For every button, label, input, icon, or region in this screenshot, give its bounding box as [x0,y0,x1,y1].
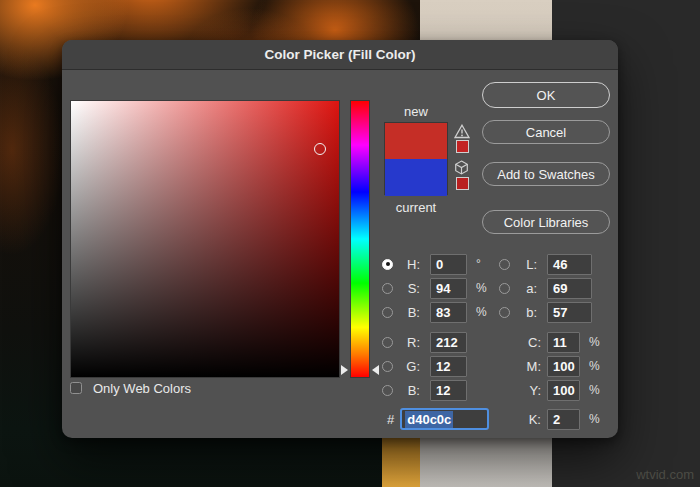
yellow-input[interactable]: 100 [547,380,580,401]
field-row-saturation: S: 94 % [382,277,487,299]
gamut-warning-swatch[interactable] [456,140,469,153]
green-input[interactable]: 12 [430,356,467,377]
black-unit: % [589,412,600,426]
field-row-magenta: M: 100 % [499,355,600,377]
yellow-label: Y: [499,383,541,398]
lab-l-label: L: [517,257,537,272]
green-label: G: [400,359,420,374]
field-row-hue: H: 0 ° [382,253,481,275]
hue-unit: ° [476,257,481,271]
saturation-label: S: [400,281,420,296]
web-safe-swatch[interactable] [456,177,469,190]
field-row-cyan: C: 11 % [499,331,600,353]
color-field[interactable] [70,100,340,378]
hue-radio[interactable] [382,259,393,270]
hex-prefix: # [387,412,394,427]
dialog-title: Color Picker (Fill Color) [265,47,416,62]
dialog-titlebar[interactable]: Color Picker (Fill Color) [62,40,618,70]
magenta-input[interactable]: 100 [547,356,580,377]
watermark: wtvid.com [636,467,694,482]
hex-input[interactable]: d40c0c [400,408,489,430]
hue-input[interactable]: 0 [430,254,467,275]
only-web-colors-row: Only Web Colors [70,378,191,398]
color-picker-dialog: Color Picker (Fill Color) new current OK… [62,40,618,438]
brightness-unit: % [476,305,487,319]
only-web-colors-checkbox[interactable] [70,382,82,394]
saturation-radio[interactable] [382,283,393,294]
cancel-button[interactable]: Cancel [482,120,610,144]
red-input[interactable]: 212 [430,332,467,353]
ok-button[interactable]: OK [482,82,610,108]
lab-b-label: b: [517,305,537,320]
hue-slider-arrow-right-icon[interactable] [372,365,379,375]
lab-a-radio[interactable] [499,283,510,294]
lab-b-radio[interactable] [499,307,510,318]
field-row-lab-a: a: 69 [499,277,592,299]
hex-selected-text: d40c0c [405,411,453,428]
cyan-label: C: [499,335,541,350]
lab-a-label: a: [517,281,537,296]
red-label: R: [400,335,420,350]
hue-slider[interactable] [350,100,370,378]
cyan-input[interactable]: 11 [547,332,580,353]
green-radio[interactable] [382,361,393,372]
field-row-blue: B: 12 [382,379,467,401]
hue-slider-arrow-left-icon[interactable] [341,365,348,375]
field-row-yellow: Y: 100 % [499,379,600,401]
brightness-radio[interactable] [382,307,393,318]
magenta-unit: % [589,359,600,373]
lab-a-input[interactable]: 69 [547,278,592,299]
web-safe-cube-icon[interactable] [454,160,469,175]
color-libraries-button[interactable]: Color Libraries [482,210,610,234]
field-row-red: R: 212 [382,331,467,353]
blue-radio[interactable] [382,385,393,396]
field-row-lab-l: L: 46 [499,253,592,275]
blue-label: B: [400,383,420,398]
new-swatch [385,123,447,159]
only-web-colors-label: Only Web Colors [93,381,191,396]
gamut-warning-icon[interactable] [454,124,470,139]
field-row-hex: # d40c0c [387,407,489,431]
magenta-label: M: [499,359,541,374]
blue-input[interactable]: 12 [430,380,467,401]
field-row-brightness: B: 83 % [382,301,487,323]
saturation-input[interactable]: 94 [430,278,467,299]
swatch-stack [384,122,448,195]
field-row-lab-b: b: 57 [499,301,592,323]
color-field-marker[interactable] [314,143,326,155]
brightness-label: B: [400,305,420,320]
lab-l-radio[interactable] [499,259,510,270]
red-radio[interactable] [382,337,393,348]
black-label: K: [499,412,541,427]
field-row-black: K: 2 % [499,408,600,430]
current-swatch[interactable] [385,159,447,196]
hue-label: H: [400,257,420,272]
add-to-swatches-button[interactable]: Add to Swatches [482,162,610,186]
field-row-green: G: 12 [382,355,467,377]
lab-b-input[interactable]: 57 [547,302,592,323]
lab-l-input[interactable]: 46 [547,254,592,275]
yellow-unit: % [589,383,600,397]
saturation-unit: % [476,281,487,295]
black-input[interactable]: 2 [547,409,580,430]
current-swatch-label: current [376,200,456,215]
brightness-input[interactable]: 83 [430,302,467,323]
cyan-unit: % [589,335,600,349]
new-swatch-label: new [384,104,448,119]
